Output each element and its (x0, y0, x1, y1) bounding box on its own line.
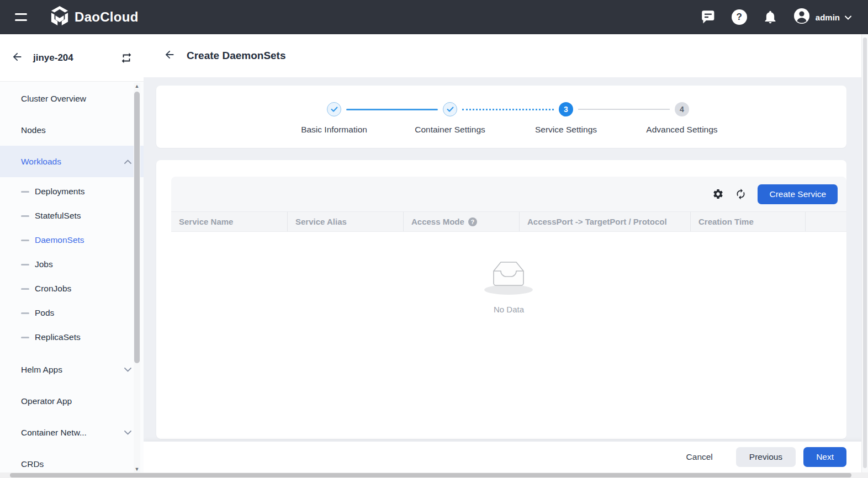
sidebar-item-label: Nodes (21, 125, 46, 135)
page-vertical-scrollbar[interactable] (861, 34, 868, 472)
menu-toggle-icon[interactable] (15, 13, 27, 21)
stepper: Basic InformationContainer Settings3Serv… (170, 86, 846, 135)
sidebar-scrollbar[interactable]: ▲ ▼ (134, 83, 140, 472)
sidebar-item-replicasets[interactable]: ReplicaSets (0, 325, 144, 349)
dash-icon (21, 337, 29, 338)
scroll-up-icon[interactable]: ▲ (134, 83, 140, 89)
table-toolbar: Create Service (171, 177, 846, 211)
sidebar-item-operator-app[interactable]: Operator App (0, 385, 144, 417)
table-header-row: Service NameService AliasAccess Mode?Acc… (171, 211, 846, 232)
chevron-down-icon (124, 431, 131, 435)
column-label: Service Name (179, 217, 233, 226)
user-name: admin (816, 13, 840, 22)
sidebar-item-jobs[interactable]: Jobs (0, 252, 144, 277)
sidebar-item-label: CRDs (21, 459, 44, 469)
sidebar-item-label: ReplicaSets (35, 332, 81, 342)
dash-icon (21, 288, 29, 290)
column-label: AccessPort -> TargetPort / Protocol (527, 217, 667, 226)
step-check-icon (443, 102, 457, 116)
chevron-down-icon (845, 12, 851, 22)
back-icon[interactable] (11, 51, 23, 65)
column-header-service-alias: Service Alias (287, 212, 403, 231)
chevron-down-icon (124, 368, 131, 372)
help-icon[interactable]: ? (468, 217, 477, 226)
sidebar-item-container-netw[interactable]: Container Netw... (0, 417, 144, 448)
sidebar-item-label: Container Netw... (21, 428, 87, 438)
column-header-creation-time: Creation Time (690, 212, 805, 231)
sidebar-nav: Cluster OverviewNodesWorkloadsDeployment… (0, 82, 144, 472)
user-menu[interactable]: admin (793, 7, 851, 27)
bell-icon[interactable] (762, 9, 779, 25)
sidebar-item-label: DaemonSets (35, 235, 84, 245)
brand-logo: DaoCloud (50, 6, 139, 29)
sidebar-item-label: Pods (35, 308, 54, 318)
dash-icon (21, 191, 29, 193)
daocloud-logo-icon (50, 6, 69, 29)
dash-icon (21, 264, 29, 265)
sidebar-item-label: CronJobs (35, 284, 71, 294)
refresh-icon[interactable] (735, 188, 747, 200)
page-horizontal-scrollbar[interactable] (0, 472, 868, 478)
column-header-accessport-targetport-protocol: AccessPort -> TargetPort / Protocol (519, 212, 690, 231)
sidebar-item-workloads[interactable]: Workloads (0, 146, 144, 177)
sidebar-item-deployments[interactable]: Deployments (0, 179, 144, 204)
sidebar-item-crds[interactable]: CRDs (0, 448, 144, 472)
dash-icon (21, 312, 29, 314)
column-label: Access Mode (411, 217, 464, 226)
sidebar-item-label: StatefulSets (35, 211, 81, 221)
column-label: Creation Time (698, 217, 754, 226)
table-empty-state: No Data (171, 232, 846, 438)
chevron-up-icon (124, 160, 131, 164)
sidebar: jinye-204 Cluster OverviewNodesWorkloads… (0, 34, 144, 472)
previous-button[interactable]: Previous (736, 447, 796, 467)
step-service-settings[interactable]: 3Service Settings (508, 102, 624, 135)
dash-icon (21, 215, 29, 217)
sidebar-item-pods[interactable]: Pods (0, 301, 144, 325)
empty-text: No Data (494, 305, 524, 314)
sidebar-item-label: Jobs (35, 259, 53, 269)
step-label: Advanced Settings (646, 125, 717, 135)
switch-cluster-icon[interactable] (120, 52, 133, 64)
step-number: 4 (675, 102, 689, 116)
page-header: Create DaemonSets (144, 34, 868, 77)
sidebar-item-daemonsets[interactable]: DaemonSets (0, 228, 144, 252)
sidebar-item-label: Workloads (21, 157, 61, 167)
back-icon[interactable] (163, 49, 176, 63)
dash-icon (21, 240, 29, 241)
step-advanced-settings[interactable]: 4Advanced Settings (624, 102, 740, 135)
sidebar-item-statefulsets[interactable]: StatefulSets (0, 204, 144, 228)
next-button[interactable]: Next (803, 447, 846, 467)
wizard-footer: Cancel Previous Next (144, 442, 868, 472)
sidebar-item-label: Cluster Overview (21, 94, 86, 104)
help-icon[interactable]: ? (731, 9, 748, 25)
sidebar-item-nodes[interactable]: Nodes (0, 114, 144, 146)
empty-inbox-icon (483, 256, 536, 298)
chat-icon[interactable] (700, 9, 717, 25)
sidebar-item-label: Operator App (21, 396, 72, 406)
step-basic-information[interactable]: Basic Information (276, 102, 392, 135)
sidebar-item-label: Deployments (35, 187, 84, 196)
cancel-button[interactable]: Cancel (679, 448, 721, 466)
scrollbar-thumb[interactable] (134, 92, 140, 363)
sidebar-item-cronjobs[interactable]: CronJobs (0, 277, 144, 301)
page-title: Create DaemonSets (187, 50, 286, 62)
step-label: Basic Information (301, 125, 367, 135)
create-service-button[interactable]: Create Service (758, 184, 838, 204)
step-number: 3 (559, 102, 573, 116)
step-label: Container Settings (415, 125, 485, 135)
avatar-icon (793, 7, 811, 27)
step-check-icon (327, 102, 341, 116)
sidebar-item-helm-apps[interactable]: Helm Apps (0, 354, 144, 385)
column-label: Service Alias (295, 217, 347, 226)
scroll-down-icon[interactable]: ▼ (134, 466, 140, 472)
sidebar-header: jinye-204 (0, 34, 144, 82)
column-header-actions (805, 212, 846, 231)
step-label: Service Settings (535, 125, 597, 135)
gear-icon[interactable] (712, 188, 724, 200)
column-header-access-mode: Access Mode? (403, 212, 519, 231)
sidebar-item-cluster-overview[interactable]: Cluster Overview (0, 83, 144, 114)
stepper-card: Basic InformationContainer Settings3Serv… (156, 86, 846, 148)
step-container-settings[interactable]: Container Settings (392, 102, 508, 135)
service-table-card: Create Service Service NameService Alias… (156, 160, 846, 439)
column-header-service-name: Service Name (171, 212, 287, 231)
